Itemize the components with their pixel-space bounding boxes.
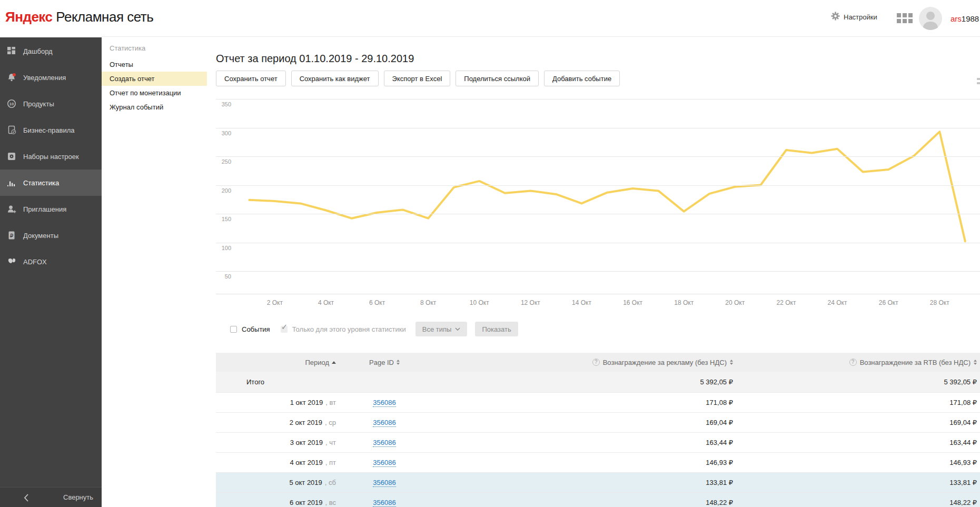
products-icon: 10 xyxy=(7,99,16,108)
logo-product-text: Рекламная сеть xyxy=(56,9,153,25)
sort-both-icon xyxy=(397,360,400,365)
total-label: Итого xyxy=(216,378,342,386)
column-header-ad-reward[interactable]: ? Вознаграждение за рекламу (без НДС) xyxy=(427,359,737,366)
submenu-item-label: Создать отчет xyxy=(110,75,154,83)
sidebar-item-notifications[interactable]: Уведомления xyxy=(0,64,102,91)
share-link-button[interactable]: Поделиться ссылкой xyxy=(456,71,539,86)
row-ad-value: 133,81 ₽ xyxy=(427,479,737,486)
x-axis-label: 6 Окт xyxy=(369,299,385,306)
x-axis-label: 20 Окт xyxy=(725,299,745,306)
table-row: 2 окт 2019, ср 356086 169,04 ₽ 169,04 ₽ xyxy=(216,412,980,432)
events-bar: События ✓ Только для этого уровня статис… xyxy=(230,321,526,337)
scope-checkbox-checked[interactable]: ✓ xyxy=(281,326,288,333)
save-as-widget-button[interactable]: Сохранить как виджет xyxy=(291,71,379,86)
y-gridline xyxy=(216,128,980,128)
row-rtb-value: 133,81 ₽ xyxy=(737,479,980,486)
total-rtb-value: 5 392,05 ₽ xyxy=(737,378,980,386)
sidebar-item-dashboard[interactable]: Дашборд xyxy=(0,38,102,64)
y-gridline xyxy=(216,185,980,186)
settings-sets-icon xyxy=(7,152,16,161)
sidebar-item-label: Уведомления xyxy=(23,74,66,82)
row-date: 4 окт 2019 xyxy=(290,459,322,466)
y-gridline xyxy=(216,243,980,243)
column-header-period[interactable]: Период xyxy=(216,359,342,366)
export-excel-button[interactable]: Экспорт в Excel xyxy=(384,71,451,86)
sort-asc-icon xyxy=(332,361,336,364)
save-report-button[interactable]: Сохранить отчет xyxy=(216,71,286,86)
sidebar-item-adfox[interactable]: ADFOX xyxy=(0,248,102,275)
row-dow: , чт xyxy=(325,439,336,446)
main-sidebar: Дашборд Уведомления 10 xyxy=(0,37,102,507)
row-rtb-value: 148,22 ₽ xyxy=(737,499,980,506)
row-ad-value: 146,93 ₽ xyxy=(427,459,737,466)
documents-icon: ₽ xyxy=(7,231,16,240)
row-dow: , ср xyxy=(325,419,336,426)
add-event-button[interactable]: Добавить событие xyxy=(544,71,620,86)
submenu-item-create-report[interactable]: Создать отчет xyxy=(102,72,207,86)
table-total-row: Итого 5 392,05 ₽ 5 392,05 ₽ xyxy=(216,372,980,392)
page-id-link[interactable]: 356086 xyxy=(373,499,395,507)
x-axis-label: 10 Окт xyxy=(470,299,489,306)
account-username[interactable]: ars1988 xyxy=(951,14,979,23)
username-suffix: 1988 xyxy=(962,14,979,23)
x-axis-label: 18 Окт xyxy=(674,299,694,306)
sidebar-collapse-button[interactable]: Свернуть xyxy=(0,487,102,507)
page-id-link[interactable]: 356086 xyxy=(373,439,395,447)
row-date: 3 окт 2019 xyxy=(290,439,323,446)
events-checkbox[interactable] xyxy=(230,326,237,333)
products-count: 10 xyxy=(9,102,14,106)
show-button[interactable]: Показать xyxy=(475,322,518,336)
column-header-label: Вознаграждение за рекламу (без НДС) xyxy=(603,359,727,366)
y-axis-label: 200 xyxy=(218,187,231,194)
settings-button[interactable]: Настройки xyxy=(831,12,877,22)
row-ad-value: 169,04 ₽ xyxy=(427,419,737,426)
events-label[interactable]: События xyxy=(242,325,270,333)
page-id-link[interactable]: 356086 xyxy=(373,419,395,427)
check-icon: ✓ xyxy=(281,322,288,332)
sidebar-item-products[interactable]: 10 Продукты xyxy=(0,91,102,117)
submenu-item-reports[interactable]: Отчеты xyxy=(102,57,207,72)
sidebar-item-label: Продукты xyxy=(23,100,54,108)
collapse-chevron-icon xyxy=(24,493,29,504)
statistics-icon xyxy=(7,178,16,187)
y-axis-label: 300 xyxy=(218,130,231,136)
table-row: 1 окт 2019, вт 356086 171,08 ₽ 171,08 ₽ xyxy=(216,392,980,412)
x-axis-label: 4 Окт xyxy=(318,299,334,306)
submenu-item-monetization-report[interactable]: Отчет по монетизации xyxy=(102,86,207,100)
row-date: 5 окт 2019 xyxy=(289,479,322,486)
column-header-page-id[interactable]: Page ID xyxy=(342,359,427,366)
sidebar-item-statistics[interactable]: Статистика xyxy=(0,170,102,196)
page-id-link[interactable]: 356086 xyxy=(373,399,395,407)
x-axis-label: 28 Окт xyxy=(930,299,949,306)
x-axis-label: 12 Окт xyxy=(521,299,540,306)
column-header-label: Page ID xyxy=(369,359,394,366)
show-button-label: Показать xyxy=(482,325,511,333)
page-id-link[interactable]: 356086 xyxy=(373,479,395,487)
table-row: 3 окт 2019, чт 356086 163,44 ₽ 163,44 ₽ xyxy=(216,432,980,452)
row-rtb-value: 146,93 ₽ xyxy=(737,459,980,466)
help-icon[interactable]: ? xyxy=(592,359,600,366)
sort-both-icon xyxy=(730,360,733,365)
y-axis-label: 150 xyxy=(218,216,231,222)
settings-label: Настройки xyxy=(844,13,877,21)
submenu-item-event-log[interactable]: Журнал событий xyxy=(102,100,207,114)
row-rtb-value: 171,08 ₽ xyxy=(737,399,980,406)
column-header-rtb-reward[interactable]: ? Вознаграждение за RTB (без НДС) xyxy=(737,359,980,366)
sidebar-item-business-rules[interactable]: Бизнес-правила xyxy=(0,117,102,143)
services-grid-icon[interactable] xyxy=(897,13,913,23)
sidebar-item-documents[interactable]: ₽ Документы xyxy=(0,222,102,248)
help-icon[interactable]: ? xyxy=(849,359,857,366)
yandex-logo[interactable]: Яндекс Рекламная сеть xyxy=(5,9,153,25)
submenu-section-label: Статистика xyxy=(102,37,207,57)
avatar[interactable] xyxy=(919,7,942,30)
page-id-link[interactable]: 356086 xyxy=(373,459,395,467)
submenu-item-label: Отчеты xyxy=(110,61,133,68)
chevron-down-icon xyxy=(455,327,460,331)
table-row: 4 окт 2019, пт 356086 146,93 ₽ 146,93 ₽ xyxy=(216,452,980,472)
report-actions: Сохранить отчет Сохранить как виджет Экс… xyxy=(216,71,620,86)
sidebar-item-settings-sets[interactable]: Наборы настроек xyxy=(0,143,102,170)
sidebar-item-invitations[interactable]: Приглашения xyxy=(0,196,102,222)
event-types-dropdown[interactable]: Все типы xyxy=(415,322,468,336)
submenu-item-label: Журнал событий xyxy=(110,103,163,111)
sort-both-icon xyxy=(974,360,977,365)
